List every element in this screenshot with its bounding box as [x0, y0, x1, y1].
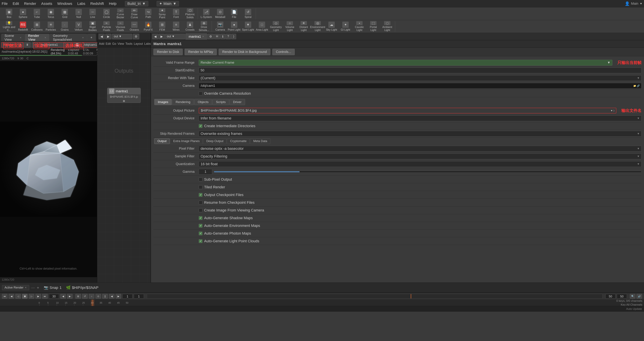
tool-sky-light[interactable]: ☁ Sky Light — [325, 21, 338, 32]
tab-objects[interactable]: Objects — [194, 99, 212, 105]
tool-drive-sim[interactable]: ⊕ Drive Simula... — [197, 21, 211, 32]
layout-btn[interactable]: Layout — [134, 42, 143, 45]
valid-frame-range-value[interactable]: Render Current Frame ▼ — [199, 60, 612, 65]
menu-assets[interactable]: Assets — [41, 1, 52, 6]
menu-file[interactable]: File — [2, 1, 8, 6]
render-to-disk-bg-btn[interactable]: Render to Disk in Background — [219, 49, 270, 55]
render-to-disk-btn[interactable]: Render to Disk — [154, 49, 183, 55]
settings-right-btn[interactable]: ⚙ — [208, 34, 214, 39]
tl-nav4-btn[interactable]: ⊙ — [96, 294, 101, 299]
tab-add-left[interactable]: + — [87, 34, 96, 41]
auto-update-label[interactable]: Auto Update — [626, 307, 642, 311]
tool-ambient-light[interactable]: ◌ Ambient Light — [380, 21, 394, 32]
menu-edit[interactable]: Edit — [12, 1, 19, 6]
go-btn[interactable]: Go — [112, 42, 116, 45]
tool-gi-light[interactable]: ✦ GI Light — [339, 21, 352, 32]
tool-lsystem[interactable]: ⎇ L-System — [200, 8, 213, 19]
geo-spreadsheet-close[interactable]: × — [82, 36, 84, 39]
quantization-value[interactable]: 16 bit float ▼ — [199, 161, 642, 167]
tl-audio-btn[interactable]: 🔊 — [636, 294, 642, 299]
menu-windows[interactable]: Windows — [57, 1, 72, 6]
create-intermediate-checkbox[interactable] — [199, 124, 202, 128]
expand-right-btn[interactable]: ⟩ — [231, 34, 236, 39]
tool-pyrofx[interactable]: 🔥 PyroFX — [142, 21, 155, 32]
timeline-scrub[interactable] — [147, 294, 602, 299]
out-mantra1-path[interactable]: /out/mantra1 — [39, 42, 72, 47]
render-with-take-value[interactable]: (Current) ▼ — [199, 75, 642, 81]
tool-curve-bezier[interactable]: ⌣ Curve Bezier — [114, 8, 127, 19]
subtab-extra-image-planes[interactable]: Extra Image Planes — [170, 138, 203, 144]
tool-path[interactable]: ↪ Path — [142, 8, 155, 19]
add-btn[interactable]: Add — [99, 42, 104, 45]
camera-link-icon[interactable]: 🔗 — [637, 84, 640, 87]
tool-portal-light[interactable]: ⬚ Portal Light — [366, 21, 380, 32]
tool-volume-light[interactable]: ○ Volume Light — [283, 21, 296, 32]
tool-collisions[interactable]: ⊠ Collisions — [30, 21, 44, 32]
right-out-path-btn[interactable]: out ▼ — [165, 34, 185, 39]
auto-light-checkbox[interactable] — [199, 239, 202, 243]
info-right-btn[interactable]: ℹ — [220, 34, 225, 39]
tool-point-light[interactable]: ● Point Light — [228, 21, 241, 32]
tab-scripts[interactable]: Scripts — [212, 99, 229, 105]
subtab-meta-data[interactable]: Meta Data — [250, 138, 270, 144]
refresh-btn[interactable]: ↺ — [17, 42, 23, 47]
tool-distant-light[interactable]: ☀ Distant Light — [297, 21, 310, 32]
sample-filter-value[interactable]: Opacity Filtering ▼ — [199, 153, 642, 159]
auto-env-checkbox[interactable] — [199, 224, 202, 228]
render-button[interactable]: Render — [1, 42, 16, 47]
tool-area-light[interactable]: □ Area Light — [255, 21, 269, 32]
plus-btn[interactable]: + — [37, 285, 39, 290]
render-view-close[interactable]: × — [44, 36, 46, 39]
tool-wires[interactable]: ≡ Wires — [170, 21, 183, 32]
tool-line[interactable]: ─ Line — [86, 8, 99, 19]
gamma-slider[interactable] — [214, 171, 642, 172]
tl-nav1-btn[interactable]: ⊞ — [76, 294, 81, 299]
active-render-close[interactable]: × — [25, 286, 27, 289]
tool-redshift-tb[interactable]: RS Redshift — [16, 21, 30, 32]
tool-tube[interactable]: ⌐ Tube — [30, 8, 44, 19]
tab-render-view[interactable]: Render View × — [25, 34, 50, 41]
tl-next-key-btn[interactable]: ▶ — [36, 294, 41, 299]
tl-play-back-btn[interactable]: ◁ — [16, 294, 21, 299]
labs-btn[interactable]: Labs — [144, 42, 151, 45]
subtab-output[interactable]: Output — [154, 138, 170, 144]
tl-zoom-btn[interactable]: 🔍 — [630, 294, 635, 299]
sub-pixel-checkbox[interactable] — [199, 178, 202, 181]
tool-font[interactable]: T Font — [170, 8, 183, 19]
tool-torus[interactable]: ◉ Torus — [44, 8, 58, 19]
nav-fwd-btn[interactable]: ▶ — [105, 34, 111, 39]
build-tri-selector[interactable]: Build_tri ▼ — [125, 1, 148, 6]
tool-lights-cam[interactable]: 💡 Lights and C... — [2, 21, 16, 32]
tab-driver[interactable]: Driver — [230, 99, 245, 105]
tool-vellum[interactable]: V Vellum — [72, 21, 85, 32]
auto-shadow-checkbox[interactable] — [199, 216, 202, 220]
mantra1-tab-close[interactable]: × — [202, 35, 204, 38]
tool-particles[interactable]: ✳ Particles — [44, 21, 58, 32]
tool-particle-fluids[interactable]: ≈ Particle Fluids — [100, 21, 113, 32]
tool-box[interactable]: ▣ Box — [2, 8, 16, 19]
subtab-deep-output[interactable]: Deep Output — [203, 138, 226, 144]
tool-caustic-light[interactable]: ⋆ Caustic Light — [353, 21, 366, 32]
key-all-channels[interactable]: Key All Channels — [621, 303, 642, 306]
tool-circle[interactable]: ◯ Circle — [100, 8, 113, 19]
tl-current-frame[interactable]: 30 — [49, 294, 59, 299]
tl-prev-frame-btn[interactable]: ◀ — [60, 294, 66, 299]
nav-back-btn[interactable]: ◀ — [98, 34, 105, 39]
gamma-value[interactable]: 1 — [199, 169, 212, 175]
out-path-btn[interactable]: out ▼ — [112, 34, 132, 39]
tool-sphere[interactable]: ● Sphere — [16, 8, 30, 19]
tl-prev-key-btn[interactable]: ◀ — [9, 294, 14, 299]
mantra1-node[interactable]: 1.9 mantra1 $HIPNAME.$OS.$F4.jp — [107, 88, 141, 103]
tool-geometry-light[interactable]: ◇ Geometry Light — [269, 21, 282, 32]
resume-checkpoint-checkbox[interactable] — [199, 201, 202, 204]
start-end-inc-value[interactable]: 50 — [199, 67, 642, 73]
tab-geometry-spreadsheet[interactable]: Geometry Spreadsheet × — [50, 34, 87, 41]
tool-rigid-bodies[interactable]: ▣ Rigid Bodies — [86, 21, 99, 32]
camera-browse-icon[interactable]: 📁 — [633, 84, 636, 87]
auto-photon-checkbox[interactable] — [199, 232, 202, 235]
tool-grid[interactable]: ▦ Grid — [58, 8, 72, 19]
tool-spot-light[interactable]: ▼ Spot Light — [241, 21, 255, 32]
output-checkpoint-checkbox[interactable] — [199, 193, 202, 197]
main-selector[interactable]: ✦ Main ▼ — [157, 1, 179, 6]
tiled-render-checkbox[interactable] — [199, 185, 202, 189]
